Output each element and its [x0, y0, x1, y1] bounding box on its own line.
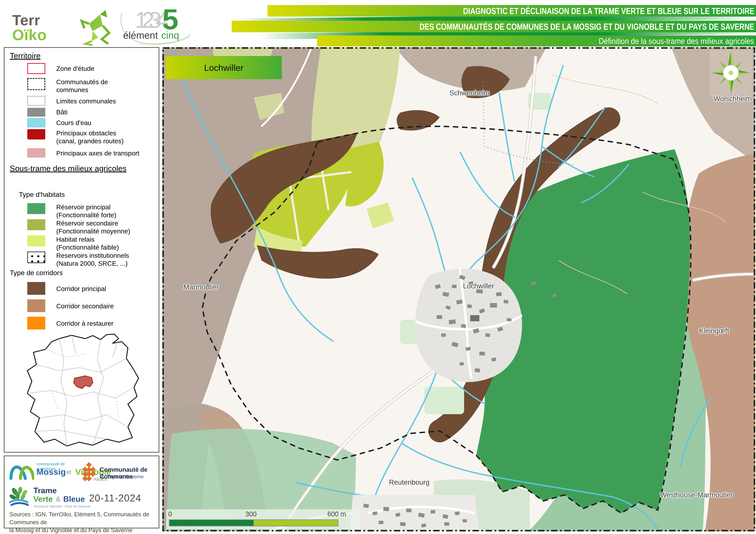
- map-label-westhouse-marmoutier: Westhouse-Marmoutier: [660, 491, 733, 499]
- legend-swatch-habitat-relais: [27, 235, 45, 246]
- legend-swatch-limites: [27, 96, 45, 106]
- title-line-1: DIAGNOSTIC ET DÉCLINAISON DE LA TRAME VE…: [267, 5, 756, 16]
- tvb-word-bleue: Bleue: [63, 495, 85, 503]
- inset-locator-map: [21, 333, 143, 448]
- map-date: 20-11-2024: [89, 493, 141, 504]
- legend-label-reservoirs-institutionnels-2: (Natura 2000, SRCE, ...): [56, 260, 127, 267]
- title-line-3-text: Définition de la sous-trame des milieux …: [599, 36, 756, 46]
- legend-label-limites: Limites communales: [56, 97, 116, 105]
- scale-tick-600: 600 m: [327, 510, 346, 518]
- legend-label-corridor-principal: Corridor principal: [56, 285, 106, 292]
- legend-habitats-heading: Type d'habitats: [19, 191, 65, 198]
- legend-swatch-bati: [27, 108, 45, 116]
- legend-soustrame-heading: Sous-trame des milieux agricoles: [10, 164, 126, 173]
- tvb-tagline: Mossig et Vignoble - Pays de Saverne: [34, 504, 91, 508]
- legend-swatch-reservoir-principal: [27, 203, 45, 214]
- map-label-kleingoeft: Kleingœft: [699, 327, 729, 335]
- map-drawing: [162, 47, 755, 531]
- legend-label-axes-transport: Principaux axes de transport: [56, 149, 139, 157]
- scale-bar: 0 300 600 m: [166, 509, 360, 529]
- legend-label-reservoirs-institutionnels: Reservoirs institutionnels: [56, 252, 129, 259]
- map-title-banner: Lochwiller: [166, 56, 282, 79]
- mossig-logo-et: et: [67, 469, 71, 475]
- legend-label-bati: Bâti: [56, 109, 68, 116]
- pays-saverne-logo: Communauté de Communes du Pays de Savern…: [81, 462, 157, 485]
- tvb-word-verte: Verte: [33, 495, 53, 503]
- legend-label-corridor-secondaire: Corridor secondaire: [56, 302, 114, 310]
- legend-label-zone-etude: Zone d'étude: [56, 65, 94, 72]
- scale-segment-light: [254, 520, 338, 526]
- mossig-vignoble-logo: communauté de communes Mossig et Vignobl…: [8, 461, 78, 484]
- map-label-reutenbourg: Reutenbourg: [389, 478, 429, 486]
- attribution-panel: communauté de communes Mossig et Vignobl…: [4, 456, 159, 528]
- mossig-logo-name1: Mossig: [37, 467, 66, 477]
- mossig-vignoble-mark-icon: [8, 462, 34, 480]
- pays-saverne-mark-icon: [81, 462, 97, 485]
- sources-line-2: la Mossig et du Vignoble et du Pays de S…: [9, 526, 156, 534]
- terroiko-logo-text-oiko: Oïko: [12, 26, 47, 44]
- map-canvas: Lochwiller Schwenheim Wolschheim Marmout…: [162, 47, 755, 531]
- legend-swatch-corridor-secondaire: [27, 299, 45, 312]
- map-title-banner-text: Lochwiller: [204, 63, 243, 73]
- legend-label-reservoir-principal-2: (Fonctionnalité forte): [56, 211, 116, 219]
- title-line-2: DES COMMUNAUTÉS DE COMMUNES DE LA MOSSIG…: [232, 21, 756, 32]
- scale-segment-dark: [170, 520, 254, 526]
- map-label-schwenheim: Schwenheim: [449, 89, 489, 97]
- legend-label-communautes: Communautés de: [56, 78, 108, 86]
- legend-label-reservoir-secondaire: Réservoir secondaire: [56, 219, 118, 227]
- terroiko-logo: Terr Oïko: [12, 9, 116, 44]
- sources-line-1: Sources : IGN, TerrOïko, Elément 5, Comm…: [9, 510, 156, 526]
- legend-swatch-communautes: [27, 78, 45, 90]
- title-line-3: Définition de la sous-trame des milieux …: [317, 36, 756, 46]
- map-label-wolschheim: Wolschheim: [714, 94, 752, 103]
- title-line-1-text: DIAGNOSTIC ET DÉCLINAISON DE LA TRAME VE…: [463, 6, 756, 16]
- page-header: Terr Oïko 1234 5 élément cinq DIAGNOSTIC…: [0, 0, 756, 46]
- legend-label-corridor-restaurer: Corridor à restaurer: [56, 320, 113, 327]
- element-cinq-word-cinq: cinq: [161, 30, 179, 41]
- saverne-logo-line2: du Pays de Saverne: [100, 474, 144, 479]
- legend-label-obstacles-2: (canal, grandes routes): [56, 137, 123, 145]
- legend-swatch-reservoirs-institutionnels: [27, 252, 45, 263]
- element-cinq-word: élément: [123, 30, 158, 41]
- legend-corridors-heading: Type de corridors: [10, 269, 63, 277]
- legend-swatch-corridor-restaurer: [27, 317, 45, 329]
- legend-swatch-zone-etude: [27, 63, 45, 74]
- legend-label-obstacles: Principaux obstacles: [56, 129, 116, 137]
- legend-swatch-reservoir-secondaire: [27, 219, 45, 230]
- tvb-leaves-icon: [8, 486, 30, 509]
- compass-box: [710, 50, 752, 96]
- legend-label-habitat-relais-2: (Fonctionnalité faible): [56, 243, 119, 251]
- scale-tick-0: 0: [168, 510, 172, 518]
- map-label-marmoutier: Marmoutier: [183, 283, 219, 291]
- legend-swatch-corridor-principal: [27, 282, 45, 295]
- legend-swatch-axes-transport: [27, 148, 45, 158]
- legend-label-cours-eau: Cours d'eau: [56, 119, 92, 127]
- scale-tick-300: 300: [245, 510, 256, 518]
- legend-panel: Territoire Zone d'étude Communautés de c…: [4, 47, 159, 452]
- inset-highlight-commune: [74, 376, 93, 389]
- element-cinq-numbers: 1234: [135, 7, 163, 33]
- legend-label-habitat-relais: Habitat relais: [56, 236, 94, 243]
- element-cinq-logo: 1234 5 élément cinq: [121, 7, 197, 43]
- map-label-lochwiller: Lochwiller: [463, 282, 494, 290]
- legend-territoire-heading: Territoire: [10, 51, 40, 60]
- tvb-word-trame: Trame: [33, 486, 57, 495]
- compass-rose-icon: [710, 50, 752, 96]
- legend-label-reservoir-secondaire-2: (Fonctionnalité moyenne): [56, 227, 130, 235]
- title-line-2-text: DES COMMUNAUTÉS DE COMMUNES DE LA MOSSIG…: [419, 21, 756, 32]
- legend-swatch-obstacles: [27, 129, 45, 140]
- legend-label-reservoir-principal: Réservoir principal: [56, 203, 111, 211]
- legend-label-communautes-2: communes: [56, 86, 88, 94]
- tvb-amp: &: [56, 495, 60, 503]
- scale-bar-track: [169, 520, 338, 526]
- legend-swatch-cours-eau: [27, 118, 45, 127]
- frog-icon: [72, 9, 117, 46]
